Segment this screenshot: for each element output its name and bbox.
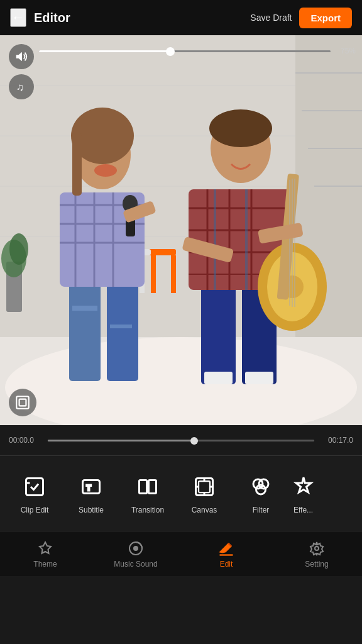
svg-point-35: [94, 164, 117, 177]
svg-marker-64: [16, 52, 22, 62]
nav-item-setting[interactable]: Setting: [272, 540, 362, 569]
svg-rect-67: [19, 399, 26, 406]
timeline-end-time: 00:17.0: [321, 436, 353, 445]
volume-slider-thumb: [166, 47, 175, 56]
export-button[interactable]: Export: [299, 8, 352, 28]
frame-crop-button[interactable]: [9, 389, 36, 416]
filter-icon: [247, 473, 275, 501]
toolbar: Clip Edit T Subtitle Transition: [0, 455, 362, 531]
theme-label: Theme: [33, 560, 57, 569]
video-preview: 75% ♫: [0, 35, 362, 425]
svg-rect-69: [83, 480, 100, 493]
canvas-icon: [190, 473, 218, 501]
svg-text:♫: ♫: [16, 81, 24, 92]
header: ← Editor Save Draft Export: [0, 0, 362, 35]
effect-label: Effe...: [293, 506, 313, 514]
nav-item-edit[interactable]: Edit: [181, 540, 272, 569]
setting-label: Setting: [305, 560, 328, 569]
svg-rect-52: [245, 189, 248, 290]
svg-rect-71: [140, 480, 147, 493]
svg-text:T: T: [87, 484, 92, 492]
nav-item-theme[interactable]: Theme: [0, 540, 90, 569]
music-note-button[interactable]: ♫: [9, 74, 34, 99]
video-area: 75% ♫: [0, 35, 362, 425]
svg-rect-24: [110, 325, 132, 328]
volume-slider-track[interactable]: [39, 50, 331, 52]
tool-canvas[interactable]: Canvas: [176, 467, 233, 521]
svg-rect-66: [16, 396, 29, 409]
effect-icon: [290, 473, 317, 501]
svg-rect-75: [199, 481, 210, 492]
svg-rect-34: [72, 133, 82, 196]
svg-rect-39: [201, 280, 236, 384]
frame-icon: [14, 394, 31, 411]
svg-rect-72: [149, 480, 156, 493]
nav-item-music[interactable]: Music Sound: [90, 540, 181, 569]
volume-slider-fill: [39, 50, 170, 52]
edit-icon: [217, 540, 235, 557]
svg-point-54: [209, 109, 272, 147]
save-draft-button[interactable]: Save Draft: [250, 13, 292, 23]
volume-percent-label: 75%: [341, 47, 356, 55]
svg-rect-68: [26, 478, 43, 495]
video-frame: [0, 35, 362, 425]
music-sound-label: Music Sound: [114, 560, 157, 569]
edit-label: Edit: [220, 560, 233, 569]
svg-point-86: [315, 547, 319, 550]
svg-rect-14: [171, 255, 176, 293]
svg-rect-42: [245, 372, 273, 384]
svg-rect-22: [107, 280, 138, 381]
svg-point-82: [256, 485, 266, 494]
timeline: 00:00.0 00:17.0: [0, 425, 362, 455]
volume-icon: [14, 50, 28, 64]
background-svg: [0, 35, 362, 425]
transition-icon: [134, 473, 162, 501]
clip-edit-icon: [21, 473, 48, 501]
canvas-label: Canvas: [192, 506, 217, 514]
subtitle-icon: T: [77, 473, 105, 501]
tool-effect[interactable]: Effe...: [289, 467, 317, 521]
page-title: Editor: [34, 11, 243, 25]
timeline-start-time: 00:00.0: [9, 436, 41, 445]
timeline-thumb: [190, 437, 198, 445]
filter-label: Filter: [253, 506, 270, 514]
tool-transition[interactable]: Transition: [119, 467, 176, 521]
theme-icon: [36, 540, 54, 557]
svg-rect-21: [69, 280, 101, 381]
tool-clip-edit[interactable]: Clip Edit: [6, 467, 63, 521]
svg-rect-51: [214, 189, 216, 290]
svg-point-20: [9, 233, 28, 265]
svg-point-84: [134, 547, 138, 550]
transition-label: Transition: [131, 506, 164, 514]
tool-subtitle[interactable]: T Subtitle: [63, 467, 119, 521]
tool-filter[interactable]: Filter: [233, 467, 289, 521]
music-sound-icon: [127, 540, 145, 557]
svg-rect-13: [151, 255, 156, 293]
bottom-nav: Theme Music Sound Edit: [0, 531, 362, 576]
svg-rect-23: [72, 306, 97, 311]
svg-rect-41: [204, 372, 233, 384]
volume-slider-row: [39, 50, 331, 52]
timeline-track[interactable]: [48, 440, 314, 441]
back-button[interactable]: ←: [10, 8, 26, 27]
setting-icon: [308, 540, 326, 557]
music-note-icon: ♫: [14, 80, 28, 94]
clip-edit-label: Clip Edit: [21, 506, 49, 514]
timeline-fill: [48, 440, 194, 441]
volume-button[interactable]: [9, 44, 34, 69]
subtitle-label: Subtitle: [79, 506, 104, 514]
